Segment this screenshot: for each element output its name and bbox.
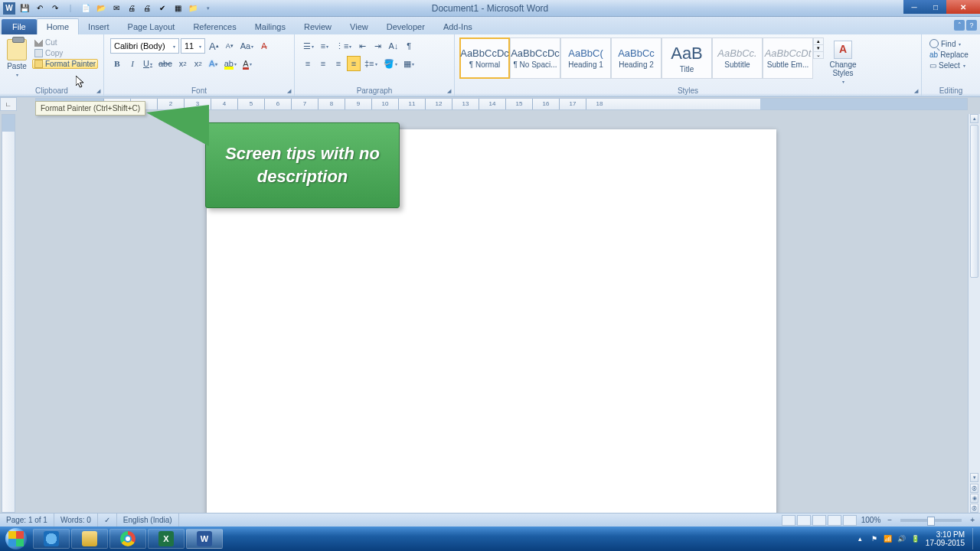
tab-mailings[interactable]: Mailings [246, 19, 295, 34]
change-case-button[interactable]: Aa▾ [238, 38, 256, 54]
change-styles-button[interactable]: Change Styles ▾ [824, 37, 862, 84]
tab-review[interactable]: Review [295, 19, 341, 34]
replace-button[interactable]: abReplace [928, 50, 974, 60]
numbering-button[interactable]: ≡▾ [318, 38, 332, 54]
taskbar-excel[interactable]: X [148, 529, 185, 549]
paste-button[interactable]: Paste ▾ [3, 36, 31, 86]
font-launcher-icon[interactable]: ◢ [285, 87, 292, 95]
underline-button[interactable]: U▾ [141, 56, 155, 71]
status-page[interactable]: Page: 1 of 1 [0, 514, 54, 527]
tab-developer[interactable]: Developer [377, 19, 434, 34]
minimize-ribbon-icon[interactable]: ˄ [954, 20, 965, 31]
find-button[interactable]: Find▾ [928, 38, 974, 49]
show-desktop-button[interactable] [972, 528, 978, 549]
status-language[interactable]: English (India) [117, 514, 179, 527]
tray-action-icon[interactable]: ⚑ [869, 533, 880, 544]
style-normal[interactable]: AaBbCcDc¶ Normal [459, 37, 510, 79]
align-left-button[interactable]: ≡ [301, 56, 315, 71]
undo-icon[interactable]: ↶ [34, 2, 46, 15]
vertical-scrollbar[interactable]: ▴ ▾ ⦿ ◉ ⦿ [968, 114, 980, 513]
align-right-button[interactable]: ≡ [332, 56, 345, 71]
multilevel-button[interactable]: ⋮≡▾ [333, 38, 354, 54]
folder-icon[interactable]: 📁 [187, 2, 199, 15]
decrease-indent-button[interactable]: ⇤ [355, 38, 369, 54]
style-subtitle[interactable]: AaBbCc.Subtitle [712, 37, 763, 79]
bullets-button[interactable]: ☰▾ [301, 38, 316, 54]
taskbar-ie[interactable] [33, 529, 70, 549]
tray-network-icon[interactable]: 📶 [883, 533, 893, 544]
font-name-combo[interactable]: Calibri (Body)▾ [110, 38, 179, 54]
tab-view[interactable]: View [341, 19, 377, 34]
style-heading1[interactable]: AaBbC(Heading 1 [560, 37, 611, 79]
taskbar-chrome[interactable] [109, 529, 146, 549]
print-layout-view-button[interactable] [782, 515, 795, 526]
line-spacing-button[interactable]: ‡≡▾ [362, 56, 380, 71]
vertical-ruler[interactable] [2, 114, 15, 513]
taskbar-clock[interactable]: 3:10 PM 17-09-2015 [926, 530, 965, 547]
browse-object-icon[interactable]: ◉ [970, 494, 978, 503]
open-icon[interactable]: 📂 [95, 2, 107, 15]
styles-down-icon[interactable]: ▾ [814, 44, 823, 51]
document-viewport[interactable] [15, 114, 980, 513]
start-button[interactable] [0, 527, 32, 551]
tray-volume-icon[interactable]: 🔊 [897, 533, 907, 544]
borders-button[interactable]: ▦▾ [401, 56, 416, 71]
taskbar-word[interactable]: W [186, 529, 223, 549]
tab-insert[interactable]: Insert [79, 19, 119, 34]
zoom-slider[interactable] [900, 519, 962, 522]
style-title[interactable]: AaBTitle [662, 37, 712, 79]
align-center-button[interactable]: ≡ [316, 56, 330, 71]
close-button[interactable]: ✕ [946, 0, 980, 14]
paste-dropdown-icon[interactable]: ▾ [16, 72, 18, 77]
style-subtle-em[interactable]: AaBbCcDtSubtle Em... [763, 37, 813, 79]
qat-more-icon[interactable]: ▾ [202, 2, 214, 15]
help-icon[interactable]: ? [966, 20, 977, 31]
shading-button[interactable]: 🪣▾ [381, 56, 400, 71]
minimize-button[interactable]: ─ [903, 0, 925, 14]
zoom-in-button[interactable]: + [968, 516, 977, 524]
shrink-font-button[interactable]: A▾ [223, 38, 237, 54]
web-layout-view-button[interactable] [812, 515, 826, 526]
superscript-button[interactable]: x2 [191, 56, 205, 71]
taskbar-explorer[interactable] [71, 529, 108, 549]
tray-battery-icon[interactable]: 🔋 [910, 533, 921, 544]
styles-up-icon[interactable]: ▴ [814, 38, 823, 44]
draw-table-icon[interactable]: ▦ [172, 2, 184, 15]
show-marks-button[interactable]: ¶ [402, 38, 416, 54]
zoom-out-button[interactable]: − [885, 516, 894, 524]
status-words[interactable]: Words: 0 [54, 514, 98, 527]
draft-view-button[interactable] [843, 515, 857, 526]
zoom-value[interactable]: 100% [858, 516, 884, 524]
copy-button[interactable]: Copy [32, 48, 98, 58]
increase-indent-button[interactable]: ⇥ [371, 38, 384, 54]
status-proofing-icon[interactable]: ✓ [98, 514, 117, 527]
styles-launcher-icon[interactable]: ◢ [912, 87, 920, 95]
new-doc-icon[interactable]: 📄 [80, 2, 92, 15]
outline-view-button[interactable] [828, 515, 841, 526]
tab-selector[interactable]: ∟ [0, 97, 17, 111]
highlight-button[interactable]: ab▾ [222, 56, 239, 71]
strikethrough-button[interactable]: abc [156, 56, 175, 71]
spelling-icon[interactable]: ✔ [156, 2, 168, 15]
justify-button[interactable]: ≡ [347, 56, 361, 71]
paragraph-launcher-icon[interactable]: ◢ [445, 87, 452, 95]
text-effects-button[interactable]: A▾ [207, 56, 220, 71]
font-color-button[interactable]: A▾ [240, 56, 254, 71]
format-painter-button[interactable]: Format Painter [32, 59, 98, 69]
tab-references[interactable]: References [184, 19, 245, 34]
next-page-icon[interactable]: ⦿ [970, 504, 978, 513]
save-icon[interactable]: 💾 [18, 2, 31, 15]
word-logo-icon[interactable]: W [3, 2, 15, 15]
print-preview-icon[interactable]: 🖨 [126, 2, 138, 15]
styles-expand-icon[interactable]: ⌄ [814, 51, 823, 58]
grow-font-button[interactable]: A▴ [207, 38, 221, 54]
tray-up-icon[interactable]: ▴ [855, 533, 866, 544]
style-heading2[interactable]: AaBbCcHeading 2 [611, 37, 662, 79]
scroll-thumb[interactable] [970, 125, 978, 278]
select-button[interactable]: ▭Select▾ [928, 60, 974, 70]
tab-file[interactable]: File [2, 19, 37, 34]
cut-button[interactable]: Cut [32, 37, 98, 47]
style-no-spacing[interactable]: AaBbCcDc¶ No Spaci... [510, 37, 560, 79]
bold-button[interactable]: B [110, 56, 124, 71]
clear-formatting-button[interactable]: A̶ [257, 38, 271, 54]
